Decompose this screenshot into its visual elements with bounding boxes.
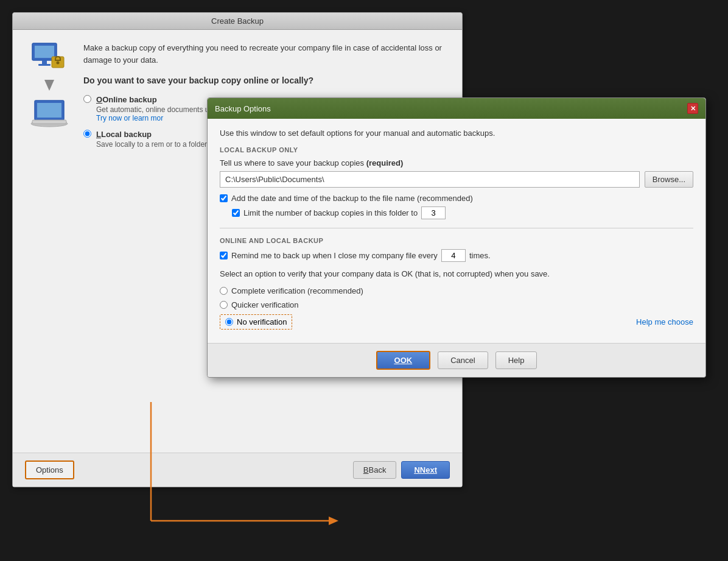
quicker-verify-row[interactable]: Quicker verification bbox=[220, 300, 693, 309]
ok-button[interactable]: OOK bbox=[376, 351, 431, 370]
svg-rect-8 bbox=[37, 103, 61, 118]
local-backup-radio[interactable] bbox=[83, 130, 91, 138]
dialog-intro: Use this window to set default options f… bbox=[220, 129, 693, 138]
svg-marker-6 bbox=[44, 80, 54, 91]
svg-rect-2 bbox=[42, 60, 47, 64]
online-section: ONLINE AND LOCAL BACKUP Remind me to bac… bbox=[220, 237, 693, 330]
main-question: Do you want to save your backup copy onl… bbox=[83, 76, 450, 85]
path-row: Browse... bbox=[220, 171, 693, 188]
dialog-footer: OOK Cancel Help bbox=[208, 343, 705, 377]
main-footer: Options BBack NNext bbox=[13, 453, 462, 487]
down-arrow-icon bbox=[42, 79, 57, 93]
backup-options-dialog: Backup Options ✕ Use this window to set … bbox=[207, 97, 706, 378]
help-button[interactable]: Help bbox=[495, 351, 537, 369]
no-verify-label: No verification bbox=[237, 317, 287, 326]
verify-description: Select an option to verify that your com… bbox=[220, 268, 693, 280]
icons-column bbox=[25, 42, 74, 156]
cancel-button[interactable]: Cancel bbox=[438, 351, 488, 369]
limit-checkbox-label: Limit the number of backup copies in thi… bbox=[243, 208, 418, 217]
remind-row[interactable]: Remind me to back up when I close my com… bbox=[220, 249, 693, 262]
date-checkbox-label: Add the date and time of the backup to t… bbox=[231, 194, 473, 203]
path-label-required: (required) bbox=[366, 158, 404, 168]
path-input[interactable] bbox=[220, 171, 640, 188]
complete-verify-radio[interactable] bbox=[220, 287, 228, 295]
next-button[interactable]: NNext bbox=[401, 461, 450, 479]
online-backup-radio[interactable] bbox=[83, 95, 91, 103]
complete-verify-label: Complete verification (recommended) bbox=[231, 286, 363, 295]
computer-lock-icon bbox=[30, 42, 69, 74]
browse-button[interactable]: Browse... bbox=[645, 171, 693, 188]
date-checkbox[interactable] bbox=[220, 194, 228, 202]
limit-number-input[interactable] bbox=[421, 206, 446, 219]
remind-suffix: times. bbox=[469, 251, 491, 260]
svg-marker-13 bbox=[329, 517, 338, 525]
back-button[interactable]: BBack bbox=[353, 461, 397, 479]
dialog-body: Use this window to set default options f… bbox=[208, 119, 705, 343]
svg-point-5 bbox=[57, 62, 60, 65]
svg-rect-1 bbox=[35, 46, 54, 58]
quicker-verify-label: Quicker verification bbox=[231, 300, 299, 309]
remind-prefix: Remind me to back up when I close my com… bbox=[231, 251, 438, 260]
svg-rect-10 bbox=[32, 120, 66, 124]
path-label: Tell us where to save your backup copies… bbox=[220, 158, 693, 168]
main-title: Create Backup bbox=[211, 16, 264, 26]
quicker-verify-radio[interactable] bbox=[220, 301, 228, 309]
no-verify-row[interactable]: No verification bbox=[220, 314, 292, 330]
remind-checkbox[interactable] bbox=[220, 252, 228, 259]
complete-verify-row[interactable]: Complete verification (recommended) bbox=[220, 286, 693, 295]
dialog-titlebar: Backup Options ✕ bbox=[208, 98, 705, 119]
options-button[interactable]: Options bbox=[25, 460, 74, 479]
dialog-title: Backup Options bbox=[215, 104, 271, 113]
main-titlebar: Create Backup bbox=[13, 13, 462, 30]
help-me-choose-link[interactable]: Help me choose bbox=[636, 317, 693, 326]
limit-checkbox[interactable] bbox=[232, 209, 240, 217]
main-description: Make a backup copy of everything you nee… bbox=[83, 42, 450, 66]
online-section-label: ONLINE AND LOCAL BACKUP bbox=[220, 237, 693, 244]
date-checkbox-row[interactable]: Add the date and time of the backup to t… bbox=[220, 194, 693, 203]
laptop-icon bbox=[30, 98, 69, 130]
section-divider bbox=[220, 228, 693, 228]
local-section-label: LOCAL BACKUP ONLY bbox=[220, 146, 693, 153]
remind-number-input[interactable] bbox=[441, 249, 466, 262]
limit-checkbox-row[interactable]: Limit the number of backup copies in thi… bbox=[232, 206, 693, 219]
svg-rect-3 bbox=[38, 64, 51, 66]
dialog-close-button[interactable]: ✕ bbox=[687, 103, 698, 114]
no-verify-radio[interactable] bbox=[225, 318, 233, 326]
